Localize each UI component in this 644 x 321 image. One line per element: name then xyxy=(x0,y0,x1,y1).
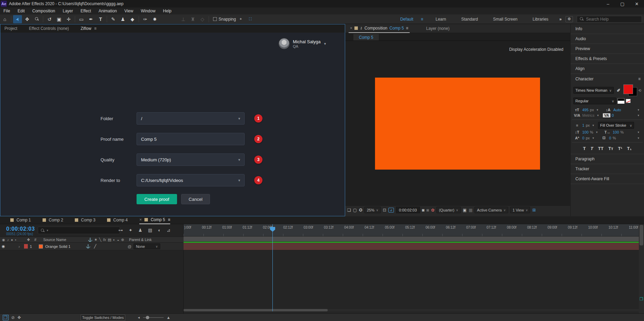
type-tool-icon[interactable]: T xyxy=(96,15,105,23)
fast-previews-icon[interactable]: ▣ xyxy=(463,208,467,213)
composition-viewer[interactable]: Display Acceleration Disabled xyxy=(345,41,570,205)
layer-name[interactable]: Orange Solid 1 xyxy=(45,244,86,249)
proof-name-field[interactable] xyxy=(137,133,245,145)
magnification-dropdown[interactable]: 25% ∨ xyxy=(364,207,381,213)
camera-tool-icon[interactable]: ▣ xyxy=(55,15,63,23)
roto-brush-tool-icon[interactable]: ✑ xyxy=(141,15,150,23)
menu-animation[interactable]: Animation xyxy=(98,9,117,13)
hide-shy-layers-icon[interactable]: ♟ xyxy=(138,228,142,233)
zoom-in-icon[interactable]: ▲ xyxy=(166,315,171,320)
resolution-dropdown[interactable]: (Quarter) ∨ xyxy=(436,207,460,213)
all-caps-button[interactable]: TT xyxy=(598,146,604,151)
comp-tab-3[interactable]: Comp 3 xyxy=(75,218,95,222)
zoom-slider-knob[interactable] xyxy=(146,316,149,319)
swap-fill-stroke-icon[interactable]: ⟲ xyxy=(639,89,641,92)
label-column-icon[interactable]: ❖ xyxy=(27,238,30,242)
stroke-width-value[interactable]: 1 xyxy=(582,123,584,127)
faux-bold-button[interactable]: T xyxy=(583,146,586,151)
quality-dropdown[interactable]: Medium (720p) ▾ xyxy=(137,153,245,166)
cancel-button[interactable]: Cancel xyxy=(181,194,210,204)
snapshot-icon[interactable]: ◙ xyxy=(422,208,424,213)
timeline-timecode[interactable]: 0:00:02:03 xyxy=(6,226,35,232)
fill-stroke-swatches[interactable] xyxy=(623,84,637,96)
layer-shy-icon[interactable]: ⚓ xyxy=(86,244,94,249)
timeline-hscrollbar[interactable] xyxy=(184,309,639,311)
panel-info[interactable]: Info xyxy=(571,24,644,34)
tab-project[interactable]: Project xyxy=(4,26,17,31)
comp-mini-flowchart-icon[interactable]: ⊶ xyxy=(118,228,123,233)
baseline-shift-value[interactable]: 0 xyxy=(582,136,584,140)
shape-tool-icon[interactable]: ▭ xyxy=(77,15,86,23)
panel-content-aware-fill[interactable]: Content-Aware Fill xyxy=(571,174,644,184)
menu-window[interactable]: Window xyxy=(141,9,155,13)
menu-effect[interactable]: Effect xyxy=(81,9,91,13)
render-to-dropdown[interactable]: C:/Users/fqfqf/Videos ▾ xyxy=(137,174,245,186)
live-update-icon[interactable]: ❐ xyxy=(3,315,9,320)
layer-expand-icon[interactable]: › xyxy=(19,244,24,249)
solo-column-icon[interactable]: ● xyxy=(11,238,13,242)
faux-italic-button[interactable]: T xyxy=(590,146,593,151)
leading-caret-icon[interactable]: ▾ xyxy=(637,108,639,112)
search-help-input[interactable] xyxy=(586,17,634,22)
workspace-small-screen[interactable]: Small Screen xyxy=(493,17,517,22)
puppet-pin-tool-icon[interactable]: ✸ xyxy=(150,15,159,23)
fill-color-swatch[interactable] xyxy=(623,84,633,94)
clone-stamp-tool-icon[interactable]: ♟ xyxy=(118,15,127,23)
motion-blur-col-icon[interactable]: ◐ xyxy=(113,238,115,242)
timeline-ruler[interactable]: ):00f00:12f 01:00f01:12f 02:00f02:12f 03… xyxy=(184,224,639,237)
kerning-value[interactable]: Metrics xyxy=(582,113,594,117)
workspace-default[interactable]: Default xyxy=(400,17,413,22)
vertical-scale-value[interactable]: 100 xyxy=(582,130,588,134)
maximize-button[interactable]: ▢ xyxy=(615,0,630,8)
search-help-box[interactable] xyxy=(577,16,642,23)
show-channels-icon[interactable]: ✿ xyxy=(431,208,434,213)
tab-layer[interactable]: Layer (none) xyxy=(426,26,449,31)
comp-tab-close-icon[interactable]: × xyxy=(139,217,142,222)
always-preview-icon[interactable]: ❏ xyxy=(347,208,351,213)
create-proof-button[interactable]: Create proof xyxy=(137,194,177,204)
pen-tool-icon[interactable]: ✒ xyxy=(86,15,95,23)
tab-composition[interactable]: × ⚷ Composition Comp 5 ≡ xyxy=(349,24,410,33)
panel-effects-presets[interactable]: Effects & Presets xyxy=(571,54,644,64)
proof-name-input[interactable] xyxy=(141,137,234,142)
work-area-bar[interactable] xyxy=(184,237,639,242)
workspace-standard[interactable]: Standard xyxy=(461,17,478,22)
timeline-panel-menu-icon[interactable]: ≡ xyxy=(168,217,170,222)
eraser-tool-icon[interactable]: ◆ xyxy=(128,15,137,23)
frame-blending-icon[interactable]: ▤ xyxy=(148,228,152,233)
composition-panel-menu-icon[interactable]: ≡ xyxy=(406,26,408,31)
comp-tab-5[interactable]: × Comp 5 ≡ xyxy=(139,216,170,224)
camera-dropdown[interactable]: Active Camera ∨ xyxy=(475,207,508,213)
playhead-line[interactable] xyxy=(272,224,273,311)
region-of-interest-icon[interactable]: ⊿ xyxy=(388,208,394,213)
panel-audio[interactable]: Audio xyxy=(571,34,644,44)
tracking-value[interactable]: 0 xyxy=(612,113,614,117)
view-layout-dropdown[interactable]: 1 View ∨ xyxy=(510,207,530,213)
comp-tab-1[interactable]: Comp 1 xyxy=(10,218,31,222)
subscript-button[interactable]: T₁ xyxy=(627,146,632,151)
small-caps-button[interactable]: Tт xyxy=(608,146,613,151)
composition-tab-close-icon[interactable]: × xyxy=(350,26,352,31)
layer-eye-icon[interactable]: ◉ xyxy=(0,244,5,249)
menu-edit[interactable]: Edit xyxy=(17,9,25,13)
vertical-scale-caret-icon[interactable]: ▾ xyxy=(596,130,598,134)
main-viewer-icon[interactable]: ▢ xyxy=(353,208,357,213)
workspace-libraries[interactable]: Libraries xyxy=(532,17,548,22)
snapping-checkbox[interactable] xyxy=(213,17,217,21)
horizontal-scale-value[interactable]: 100 xyxy=(613,130,619,134)
comp-tab-4[interactable]: Comp 4 xyxy=(107,218,128,222)
character-panel-menu-icon[interactable]: ≡ xyxy=(638,77,641,81)
leading-value[interactable]: Auto xyxy=(613,108,621,112)
superscript-button[interactable]: T¹ xyxy=(618,146,622,151)
layer-quality-icon[interactable]: ╱ xyxy=(94,244,114,249)
stroke-width-caret-icon[interactable]: ▾ xyxy=(593,124,594,127)
number-column[interactable]: # xyxy=(34,238,43,242)
workspace-menu-icon[interactable]: ≡ xyxy=(421,17,423,22)
snap-grid-icon[interactable]: ⛶ xyxy=(246,15,255,23)
composition-lock-icon[interactable]: ⚷ xyxy=(360,26,362,30)
ziflow-panel-menu-icon[interactable]: ≡ xyxy=(94,26,96,31)
baseline-shift-caret-icon[interactable]: ▾ xyxy=(593,136,594,140)
selection-tool-icon[interactable]: ➤ xyxy=(13,15,22,23)
comp-tab-2[interactable]: Comp 2 xyxy=(43,218,63,222)
horizontal-scale-caret-icon[interactable]: ▾ xyxy=(637,130,639,134)
